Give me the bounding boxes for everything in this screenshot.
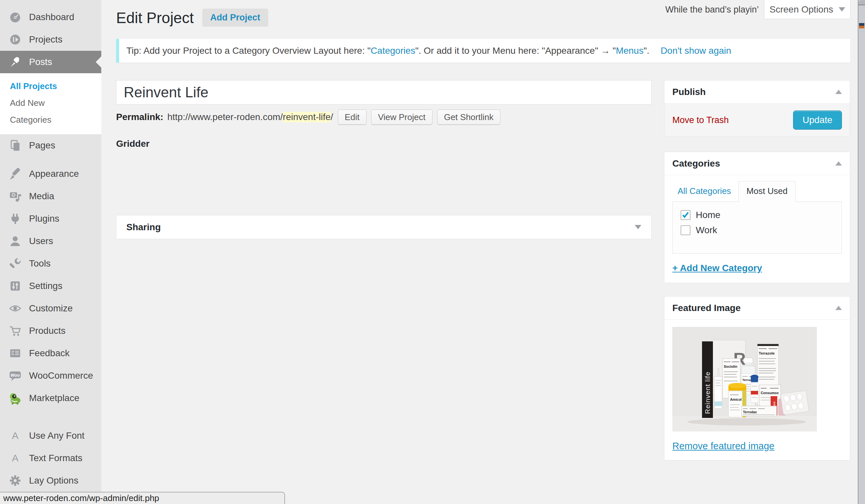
sidebar-item-feedback[interactable]: Feedback [0,342,101,364]
chevron-down-icon [839,7,845,12]
remove-featured-image-link[interactable]: Remove featured image [672,441,775,452]
categories-box: Categories All Categories Most Used Home… [664,152,850,283]
featured-image-box-header[interactable]: Featured Image [665,296,850,320]
posts-submenu: All Projects Add New Categories [0,73,101,134]
checkbox-work-unchecked[interactable] [681,225,691,235]
sidebar-item-appearance[interactable]: Appearance [0,163,101,185]
woocommerce-icon: Woo [9,369,22,382]
brush-icon [9,167,22,180]
svg-text:Sociolin: Sociolin [724,364,737,368]
permalink-slug[interactable]: reinvent-life [283,112,331,122]
plug-icon [9,212,22,225]
submenu-categories[interactable]: Categories [0,112,101,128]
wrench-icon [9,257,22,270]
sidebar-item-label: Products [29,326,66,336]
sidebar-item-woocommerce[interactable]: Woo WooCommerce [0,364,101,387]
sidebar-item-label: Posts [29,57,52,67]
admin-sidebar: Dashboard Projects Posts All Projects Ad… [0,0,101,504]
svg-text:A: A [12,453,19,464]
sidebar-item-posts[interactable]: Posts [0,51,101,73]
sidebar-item-settings[interactable]: Settings [0,275,101,297]
sliders-icon [9,279,22,293]
edit-permalink-button[interactable]: Edit [338,109,367,125]
tab-most-used[interactable]: Most Used [738,181,796,202]
pushpin-icon [9,56,22,69]
checkbox-home-checked[interactable] [681,210,691,220]
sidebar-item-customize[interactable]: Customize [0,297,101,320]
projects-icon [9,33,22,46]
categories-box-header[interactable]: Categories [665,152,850,175]
category-checklist: Home Work [672,201,842,254]
update-button[interactable]: Update [793,110,842,130]
svg-text:Terrazole: Terrazole [759,351,775,355]
featured-image-box: Featured Image R Reinvent life Terrazole [664,296,850,460]
sidebar-item-pages[interactable]: Pages [0,134,101,157]
categories-body: All Categories Most Used Home Work + Add… [665,175,850,283]
sharing-panel-header[interactable]: Sharing [116,215,651,239]
post-title-input[interactable] [116,80,651,105]
background-window-corner [858,0,865,5]
categories-tabs: All Categories Most Used [672,181,842,201]
move-to-trash-link[interactable]: Move to Trash [672,115,729,125]
add-new-category-link[interactable]: + Add New Category [672,263,762,273]
sidebar-item-label: Users [29,236,53,246]
tip-text: Tip: Add your Project to a Category Over… [126,46,370,56]
svg-text:A: A [12,430,19,441]
tip-menus-link[interactable]: Menus [616,46,644,56]
sidebar-item-projects[interactable]: Projects [0,28,101,51]
eye-icon [9,302,22,315]
background-window-edge [858,0,865,504]
screen-options-label: Screen Options [770,4,833,15]
svg-text:Woo: Woo [11,373,20,378]
sidebar-item-use-any-font[interactable]: A Use Any Font [0,424,101,447]
screen-options-button[interactable]: Screen Options [764,0,851,19]
tip-categories-link[interactable]: Categories [370,46,415,56]
sidebar-item-label: Media [29,191,54,201]
sidebar-item-text-formats[interactable]: A Text Formats [0,447,101,469]
cart-icon [9,324,22,337]
tip-notice: Tip: Add your Project to a Category Over… [116,39,850,63]
svg-text:Reinvent life: Reinvent life [704,372,711,414]
sidebar-item-plugins[interactable]: Plugins [0,208,101,230]
collapse-icon[interactable] [835,90,842,94]
publishing-actions: Move to Trash Update [665,104,850,137]
page-title: Edit Project [116,9,194,27]
media-icon [9,190,22,203]
sidebar-separator [0,409,101,424]
collapse-icon[interactable] [835,306,842,310]
gear-icon [9,474,22,487]
background-window-fragment [859,23,864,26]
font-a-icon: A [9,452,22,465]
featured-image-thumbnail[interactable]: R Reinvent life Terrazole Sociolin [672,327,817,431]
sidebar-item-label: Customize [29,303,72,314]
sidebar-item-label: Plugins [29,213,59,224]
gridder-label: Gridder [116,139,149,149]
sidebar-item-tools[interactable]: Tools [0,252,101,275]
publish-box-header[interactable]: Publish [665,81,850,104]
sidebar-item-products[interactable]: Products [0,320,101,342]
page-header: Edit Project Add Project [116,9,268,27]
background-window-fragment [859,26,864,28]
submenu-all-projects[interactable]: All Projects [0,78,101,95]
dismiss-tip-link[interactable]: Don't show again [660,46,731,56]
tip-text: ". [644,46,649,56]
sidebar-item-dashboard[interactable]: Dashboard [0,6,101,28]
font-a-icon: A [9,429,22,442]
submenu-add-new[interactable]: Add New [0,95,101,112]
sidebar-item-lay-options[interactable]: Lay Options [0,469,101,492]
expand-icon[interactable] [635,225,641,229]
sidebar-item-label: Dashboard [29,12,74,22]
sidebar-item-label: Lay Options [29,475,78,486]
sidebar-item-label: WooCommerce [29,371,93,381]
sidebar-item-label: Use Any Font [29,431,84,441]
tab-all-categories[interactable]: All Categories [672,181,738,201]
collapse-icon[interactable] [835,161,842,166]
sidebar-item-users[interactable]: Users [0,230,101,252]
add-project-button[interactable]: Add Project [202,9,268,27]
sidebar-item-media[interactable]: Media [0,185,101,208]
publish-title: Publish [672,87,706,97]
view-project-button[interactable]: View Project [371,109,432,125]
sidebar-item-marketplace[interactable]: Marketplace [0,387,101,409]
get-shortlink-button[interactable]: Get Shortlink [437,109,500,125]
sidebar-item-label: Pages [29,140,55,151]
